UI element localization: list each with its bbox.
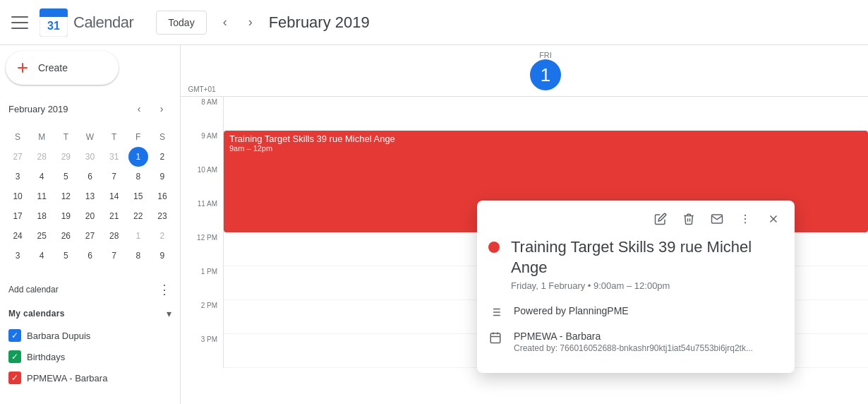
mini-cal-day[interactable]: 30	[78, 147, 102, 167]
event-block-right[interactable]	[840, 131, 868, 232]
mini-cal-next[interactable]: ›	[152, 99, 171, 119]
popup-calendar-info: PPMEWA - Barbara Created by: 76601605268…	[514, 331, 753, 353]
mini-cal-day[interactable]: 28	[102, 226, 126, 246]
popup-toolbar	[477, 201, 795, 237]
calendar-item[interactable]: Birthdays	[6, 346, 174, 367]
day-number[interactable]: 1	[530, 59, 561, 90]
calendar-checkbox[interactable]	[8, 372, 21, 384]
popup-event-info: Training Target Skills 39 rue Michel Ang…	[511, 237, 783, 291]
mini-cal-day-header: W	[78, 127, 102, 147]
mini-cal-day[interactable]: 28	[30, 147, 54, 167]
mini-cal-day-header: T	[54, 127, 78, 147]
time-label: 3 PM	[181, 334, 223, 368]
popup-calendar-name: PPMEWA - Barbara	[514, 331, 753, 342]
mini-cal-day[interactable]: 16	[150, 186, 174, 206]
close-icon[interactable]	[761, 206, 786, 232]
mini-cal-day[interactable]: 8	[126, 246, 150, 266]
menu-icon[interactable]	[11, 14, 28, 31]
mini-cal-day[interactable]: 27	[6, 147, 30, 167]
mini-cal-day[interactable]: 6	[78, 246, 102, 266]
mini-cal-day[interactable]: 14	[102, 186, 126, 206]
calendar-area: GMT+01 FRI 1 8 AM9 AM10 AM11 AM12 PM1 PM…	[181, 45, 868, 404]
mini-cal-day[interactable]: 23	[150, 206, 174, 226]
mini-cal-day[interactable]: 5	[54, 167, 78, 186]
mini-cal-day[interactable]: 10	[6, 186, 30, 206]
mini-cal-day[interactable]: 12	[54, 186, 78, 206]
mini-cal-day-header: F	[126, 127, 150, 147]
calendar-checkbox[interactable]	[8, 329, 21, 342]
mini-cal-day[interactable]: 4	[30, 246, 54, 266]
mini-cal-day[interactable]: 31	[102, 147, 126, 167]
mini-cal-day[interactable]: 5	[54, 246, 78, 266]
app-logo: 31	[40, 8, 68, 37]
description-icon	[488, 305, 502, 319]
mini-cal-day[interactable]: 20	[78, 206, 102, 226]
prev-button[interactable]: ‹	[212, 10, 238, 35]
time-label: 10 AM	[181, 165, 223, 198]
header-month-title: February 2019	[269, 13, 370, 32]
more-options-icon[interactable]: ⋮	[157, 283, 171, 297]
mini-cal-title: February 2019	[8, 104, 68, 114]
delete-icon[interactable]	[676, 206, 701, 232]
calendar-item[interactable]: Barbara Dupuis	[6, 325, 174, 346]
popup-calendar-row: PPMEWA - Barbara Created by: 76601605268…	[488, 325, 783, 359]
calendar-checkbox[interactable]	[8, 350, 21, 363]
svg-point-4	[745, 215, 746, 216]
my-calendars-toggle[interactable]: ▾	[167, 308, 171, 319]
mini-cal-day[interactable]: 22	[126, 206, 150, 226]
time-label: 1 PM	[181, 266, 223, 300]
popup-content: Training Target Skills 39 rue Michel Ang…	[477, 237, 795, 373]
gmt-label: GMT+01	[181, 45, 223, 96]
mini-cal-day[interactable]: 13	[78, 186, 102, 206]
mini-cal-day[interactable]: 18	[30, 206, 54, 226]
mini-cal-prev[interactable]: ‹	[129, 99, 149, 119]
popup-event-time: Friday, 1 February • 9:00am – 12:00pm	[511, 280, 783, 291]
svg-rect-2	[40, 14, 68, 17]
more-icon[interactable]	[733, 206, 758, 232]
add-calendar-row: Add calendar ⋮	[6, 277, 174, 302]
mini-cal-day[interactable]: 17	[6, 206, 30, 226]
today-button[interactable]: Today	[156, 11, 206, 35]
mini-cal-day[interactable]: 1	[128, 147, 148, 167]
mini-cal-day[interactable]: 3	[6, 246, 30, 266]
mini-cal-day[interactable]: 11	[30, 186, 54, 206]
time-label: 8 AM	[181, 97, 223, 131]
mini-cal-day[interactable]: 2	[150, 147, 174, 167]
mini-cal-day-header: S	[6, 127, 30, 147]
popup-calendar-created: Created by: 766016052688-bnkashr90ktj1ia…	[514, 343, 753, 353]
mini-cal-day[interactable]: 9	[150, 246, 174, 266]
mini-cal-day[interactable]: 6	[78, 167, 102, 186]
popup-description-text: Powered by PlanningPME	[514, 305, 629, 316]
calendar-item[interactable]: PPMEWA - Barbara	[6, 367, 174, 388]
create-button[interactable]: Create	[6, 51, 119, 85]
day-col-header: FRI 1	[223, 45, 868, 96]
mini-cal-day[interactable]: 1	[126, 226, 150, 246]
mini-cal-day[interactable]: 4	[30, 167, 54, 186]
mini-cal-day[interactable]: 21	[102, 206, 126, 226]
time-label: 12 PM	[181, 232, 223, 266]
app-container: 31 Calendar Today ‹ › February 2019 Crea…	[0, 0, 868, 404]
mini-cal-day[interactable]: 25	[30, 226, 54, 246]
mini-cal-day[interactable]: 3	[6, 167, 30, 186]
mini-cal-day[interactable]: 24	[6, 226, 30, 246]
email-icon[interactable]	[704, 206, 730, 232]
popup-description-row: Powered by PlanningPME	[488, 299, 783, 325]
app-title: Calendar	[73, 13, 133, 32]
mini-cal-day[interactable]: 7	[102, 167, 126, 186]
mini-cal-day[interactable]: 7	[102, 246, 126, 266]
mini-cal-day[interactable]: 2	[150, 226, 174, 246]
mini-cal-day[interactable]: 26	[54, 226, 78, 246]
mini-cal-day[interactable]: 15	[126, 186, 150, 206]
mini-cal-day[interactable]: 9	[150, 167, 174, 186]
mini-cal-day[interactable]: 8	[126, 167, 150, 186]
mini-cal-day[interactable]: 27	[78, 226, 102, 246]
event-block-time: 9am – 12pm	[229, 144, 860, 153]
mini-cal-day[interactable]: 19	[54, 206, 78, 226]
mini-cal-day[interactable]: 29	[54, 147, 78, 167]
svg-point-5	[745, 218, 746, 220]
next-button[interactable]: ›	[238, 10, 263, 35]
add-calendar-label[interactable]: Add calendar	[8, 285, 59, 295]
edit-icon[interactable]	[648, 206, 673, 232]
svg-rect-15	[490, 333, 500, 343]
time-labels: 8 AM9 AM10 AM11 AM12 PM1 PM2 PM3 PM	[181, 97, 223, 368]
